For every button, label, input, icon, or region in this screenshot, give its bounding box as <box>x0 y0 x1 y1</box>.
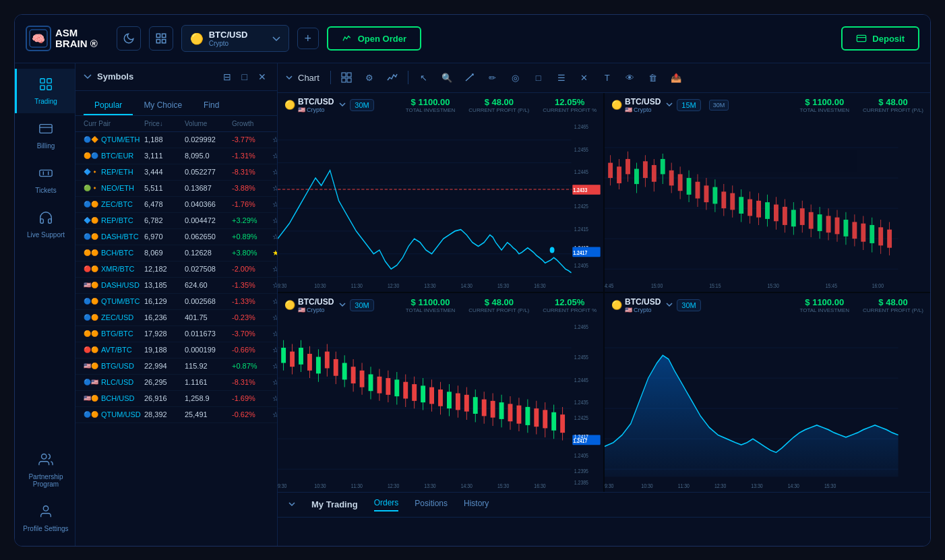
symbol-row[interactable]: 🇺🇸🟠 BCH/USD 26,916 1,258.9 -1.69% ☆ <box>75 391 277 407</box>
symbol-row[interactable]: 🔵🟠 QTUM/BTC 16,129 0.002568 -1.33% ☆ <box>75 294 277 310</box>
cell3-timeframe[interactable]: 30M <box>350 299 373 311</box>
grid-icon-button[interactable] <box>149 26 173 51</box>
nav-item-trading[interactable]: Trading <box>15 69 75 113</box>
symbols-header: Symbols ⊟ □ ✕ <box>75 63 277 91</box>
svg-rect-55 <box>617 166 621 183</box>
symbol-row[interactable]: 🟠🟠 BCH/BTC 8,069 0.12628 +3.80% ★ <box>75 245 277 261</box>
chart-tool-trend[interactable] <box>460 68 480 87</box>
svg-text:16:00: 16:00 <box>872 282 884 289</box>
svg-rect-174 <box>473 397 478 414</box>
svg-rect-83 <box>739 197 743 214</box>
symbol-row[interactable]: 🔵🟠 ZEC/BTC 6,478 0.040366 -1.76% ☆ <box>75 197 277 213</box>
open-order-button[interactable]: Open Order <box>327 26 421 51</box>
svg-rect-178 <box>491 400 495 417</box>
svg-rect-91 <box>774 204 779 221</box>
chart-area: Chart ⚙ ↖ 🔍 <box>278 63 930 546</box>
nav-item-live-support[interactable]: Live Support <box>15 202 75 247</box>
chart-tool-text[interactable]: T <box>597 68 617 87</box>
svg-rect-156 <box>394 379 399 396</box>
chart-tool-draw[interactable]: ✏ <box>483 68 503 87</box>
chart-tool-zoom[interactable]: 🔍 <box>437 68 457 87</box>
symbols-layout-icon[interactable]: □ <box>239 70 250 84</box>
svg-rect-89 <box>765 202 770 219</box>
chart-tool-eye[interactable]: 👁 <box>620 68 640 87</box>
svg-rect-75 <box>704 185 708 202</box>
chart-tool-cursor[interactable]: ↖ <box>414 68 434 87</box>
symbol-row[interactable]: 🔵🟠 QTUM/USD 28,392 25,491 -0.62% ☆ <box>75 407 277 423</box>
svg-rect-166 <box>438 389 443 406</box>
symbol-row[interactable]: 🔵🔶 QTUM/ETH 1,188 0.029992 -3.77% ☆ <box>75 132 277 148</box>
symbol-row[interactable]: 🔴🟠 AVT/BTC 19,188 0.000199 -0.66% ☆ <box>75 342 277 359</box>
svg-text:9:30: 9:30 <box>278 282 287 289</box>
nav-item-billing[interactable]: Billing <box>15 113 75 158</box>
tab-popular[interactable]: Popular <box>84 96 133 115</box>
tab-history[interactable]: History <box>464 499 489 511</box>
symbol-row[interactable]: 🟠🟠 BTG/BTC 17,928 0.011673 -3.70% ☆ <box>75 326 277 342</box>
svg-text:1.2405: 1.2405 <box>574 262 589 269</box>
svg-text:1.2433: 1.2433 <box>573 187 588 193</box>
symbol-row[interactable]: 🔵🟠 ZEC/USD 16,236 401.75 -0.23% ☆ <box>75 310 277 326</box>
chart-canvas-4: 9:30 10:30 11:30 12:30 13:30 14:30 15:30 <box>605 317 930 492</box>
chart-cell-4: 🟡 BTC/USD 🇺🇸 Crypto <box>605 293 930 492</box>
symbol-row[interactable]: 🔵🇺🇸 RLC/USD 26,295 1.1161 -8.31% ☆ <box>75 375 277 391</box>
symbol-row[interactable]: 🔷🔸 REP/ETH 3,444 0.052277 -8.31% ☆ <box>75 164 277 181</box>
trading-icon <box>38 77 53 95</box>
svg-rect-5 <box>162 40 165 43</box>
tab-my-choice[interactable]: My Choice <box>133 96 193 115</box>
chart-tool-shape[interactable]: ◎ <box>506 68 526 87</box>
nav-item-tickets[interactable]: Tickets <box>15 158 75 202</box>
symbol-type: Crypto <box>209 40 248 47</box>
svg-rect-158 <box>403 381 408 398</box>
chart-title: Chart <box>298 73 319 83</box>
chart-tool-layout[interactable] <box>336 68 357 87</box>
symbol-row[interactable]: 🟠🔵 BTC/EUR 3,111 8,095.0 -1.31% ☆ <box>75 148 277 164</box>
chart-tool-rect[interactable]: □ <box>528 68 549 87</box>
svg-text:14:30: 14:30 <box>461 483 473 489</box>
symbols-close-icon[interactable]: ✕ <box>255 70 269 84</box>
nav-item-partnership[interactable]: Partnership Program <box>15 444 75 496</box>
cell4-timeframe[interactable]: 30M <box>677 299 700 311</box>
svg-text:1.2455: 1.2455 <box>574 146 589 152</box>
tab-positions[interactable]: Positions <box>415 499 448 511</box>
chart-tool-share[interactable]: 📤 <box>666 68 686 87</box>
symbol-row[interactable]: 🇺🇸🟠 BTG/USD 22,994 115.92 +0.87% ☆ <box>75 359 277 375</box>
cell2-stats: $ 1100.00 TOTAL INVESTMEN $ 48.00 CURREN… <box>799 97 923 113</box>
svg-rect-69 <box>678 174 683 191</box>
chart-tool-settings[interactable]: ⚙ <box>359 68 379 87</box>
symbol-row[interactable]: 🔷🟠 REP/BTC 6,782 0.004472 +3.29% ☆ <box>75 213 277 229</box>
svg-text:1.2417: 1.2417 <box>573 249 588 255</box>
svg-rect-9 <box>40 85 44 89</box>
symbols-expand-icon[interactable]: ⊟ <box>220 70 234 84</box>
svg-rect-95 <box>791 210 796 226</box>
logo-subtext: BRAIN ® <box>55 38 98 50</box>
svg-text:1.2465: 1.2465 <box>574 123 589 130</box>
cell1-timeframe[interactable]: 30M <box>350 99 373 111</box>
symbol-selector[interactable]: 🟡 BTC/USD Crypto <box>181 25 289 52</box>
svg-text:15:00: 15:00 <box>651 282 663 289</box>
chart-tool-indicators[interactable] <box>382 68 402 87</box>
chart-tool-cross[interactable]: ✕ <box>574 68 595 87</box>
svg-rect-105 <box>835 217 840 234</box>
chart-tool-line[interactable]: ☰ <box>551 68 572 87</box>
bottom-title: My Trading <box>311 499 358 509</box>
tab-orders[interactable]: Orders <box>374 498 399 511</box>
symbol-row[interactable]: 🔵🟠 DASH/BTC 6,970 0.062650 +0.89% ☆ <box>75 229 277 245</box>
symbol-row[interactable]: 🟢🔸 NEO/ETH 5,511 0.13687 -3.88% ☆ <box>75 181 277 197</box>
svg-point-13 <box>43 505 48 510</box>
deposit-button[interactable]: Deposit <box>841 26 919 51</box>
symbol-row[interactable]: 🇺🇸🟠 DASH/USD 13,185 624.60 -1.35% ☆ <box>75 278 277 294</box>
nav-label-profile: Profile Settings <box>23 525 68 532</box>
nav-item-profile[interactable]: Profile Settings <box>15 496 75 540</box>
symbol-row[interactable]: 🔴🟠 XMR/BTC 12,182 0.027508 -2.00% ☆ <box>75 261 277 278</box>
svg-text:🧠: 🧠 <box>32 32 45 45</box>
partnership-icon <box>38 452 53 470</box>
svg-rect-168 <box>447 392 452 408</box>
nav-label-billing: Billing <box>37 142 55 150</box>
moon-icon-button[interactable] <box>117 26 141 51</box>
cell2-timeframe[interactable]: 15M <box>677 99 700 111</box>
add-symbol-button[interactable]: + <box>297 28 319 49</box>
tab-find[interactable]: Find <box>193 96 230 115</box>
svg-text:1.2455: 1.2455 <box>574 354 589 361</box>
chart-tool-delete[interactable]: 🗑 <box>643 68 663 87</box>
chart-cell-3: 🟡 BTC/USD 🇺🇸 Crypto <box>278 293 603 492</box>
